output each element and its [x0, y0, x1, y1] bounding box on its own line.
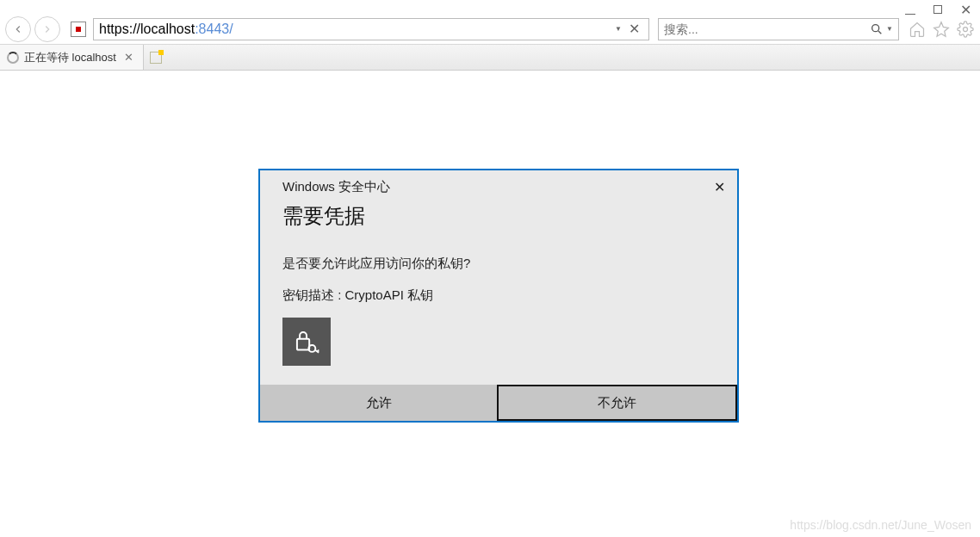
forward-button[interactable] [34, 16, 60, 42]
url-text: https://localhost:8443/ [99, 22, 233, 37]
dialog-description: 密钥描述 : CryptoAPI 私钥 [282, 287, 715, 304]
window-maximize[interactable] [932, 3, 944, 15]
tab-close-button[interactable]: ✕ [121, 51, 136, 64]
dialog-caption: Windows 安全中心 [282, 179, 390, 195]
loading-spinner-icon [7, 52, 19, 64]
new-tab-icon [150, 52, 162, 64]
browser-tab[interactable]: 正在等待 localhost ✕ [0, 45, 144, 70]
tab-label: 正在等待 localhost [24, 50, 116, 65]
search-input[interactable] [664, 22, 870, 36]
svg-point-1 [964, 27, 968, 31]
settings-icon[interactable] [956, 20, 975, 39]
search-box[interactable]: ▼ [658, 18, 899, 40]
window-close[interactable]: ✕ [959, 3, 971, 15]
deny-button[interactable]: 不允许 [497, 385, 737, 421]
allow-button[interactable]: 允许 [260, 385, 497, 421]
svg-point-0 [872, 24, 879, 31]
home-icon[interactable] [908, 20, 927, 39]
url-dropdown[interactable]: ▼ [611, 25, 625, 33]
dialog-message: 是否要允许此应用访问你的私钥? [282, 256, 715, 272]
stop-reload-button[interactable]: ✕ [625, 21, 643, 37]
window-minimize[interactable] [904, 3, 916, 15]
new-tab-button[interactable] [144, 45, 168, 70]
security-dialog: Windows 安全中心 ✕ 需要凭据 是否要允许此应用访问你的私钥? 密钥描述… [258, 169, 739, 423]
lock-key-icon [282, 318, 331, 366]
search-icon[interactable]: ▼ [870, 22, 893, 36]
favorites-icon[interactable] [932, 20, 951, 39]
browser-toolbar: https://localhost:8443/ ▼ ✕ ▼ [0, 14, 980, 45]
tab-bar: 正在等待 localhost ✕ [0, 45, 980, 71]
dialog-title: 需要凭据 [260, 201, 737, 237]
svg-rect-2 [297, 339, 309, 350]
watermark: https://blog.csdn.net/June_Wosen [790, 518, 971, 532]
page-icon [71, 22, 86, 37]
address-bar[interactable]: https://localhost:8443/ ▼ ✕ [93, 18, 649, 40]
back-button[interactable] [5, 16, 31, 42]
dialog-close-button[interactable]: ✕ [714, 179, 725, 195]
